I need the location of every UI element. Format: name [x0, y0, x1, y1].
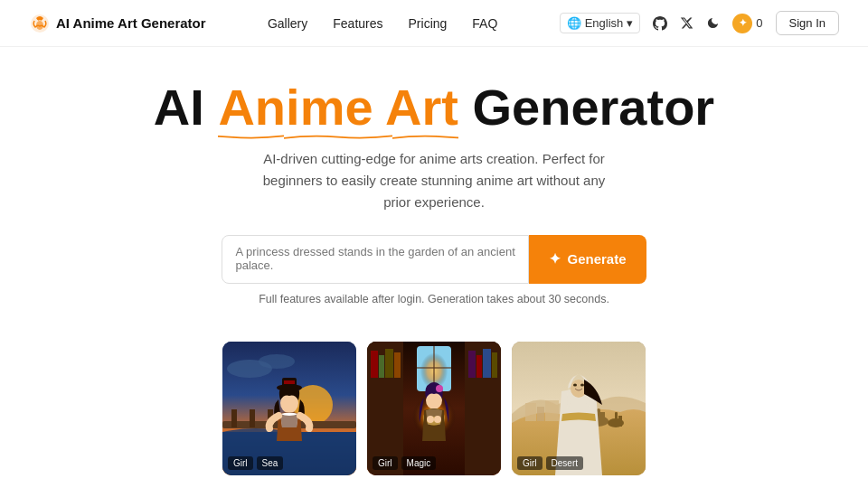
nav-links: Gallery Features Pricing FAQ	[268, 16, 497, 31]
gallery-card-2[interactable]: Girl Magic	[367, 342, 501, 475]
svg-rect-22	[468, 351, 476, 378]
svg-point-37	[434, 416, 441, 423]
card-1-tag-girl: Girl	[228, 456, 253, 470]
svg-point-36	[427, 416, 434, 423]
prompt-input[interactable]	[222, 235, 529, 284]
svg-rect-46	[618, 416, 622, 427]
svg-rect-21	[394, 352, 401, 378]
sign-in-button[interactable]: Sign In	[776, 11, 839, 35]
card-2-tags: Girl Magic	[373, 456, 436, 470]
generator-note: Full features available after login. Gen…	[18, 293, 850, 305]
card-3-art	[512, 342, 646, 475]
navbar: AI Anime Art Generator Gallery Features …	[0, 0, 868, 47]
dark-mode-toggle[interactable]	[706, 16, 720, 30]
nav-faq[interactable]: FAQ	[472, 16, 497, 31]
svg-point-5	[259, 354, 295, 369]
svg-point-50	[580, 383, 584, 386]
svg-rect-43	[600, 412, 605, 425]
credits-count: 0	[756, 16, 762, 30]
svg-rect-24	[483, 349, 491, 378]
lang-flag-icon: 🌐	[567, 16, 581, 30]
language-label: English	[585, 16, 624, 30]
card-1-tags: Girl Sea	[228, 456, 283, 470]
nav-features[interactable]: Features	[333, 16, 382, 31]
logo[interactable]: AI Anime Art Generator	[29, 13, 206, 34]
wand-icon: ✦	[549, 250, 561, 267]
card-1-art	[222, 342, 356, 475]
nav-right: 🌐 English ▾ ✦ 0 Sign In	[560, 11, 839, 35]
svg-rect-47	[615, 412, 618, 419]
hero-title: AI Anime Art Generator	[18, 80, 850, 136]
svg-point-49	[573, 383, 577, 386]
svg-rect-41	[545, 400, 559, 421]
svg-rect-9	[250, 409, 255, 427]
svg-rect-40	[537, 407, 544, 421]
svg-rect-19	[379, 355, 384, 378]
logo-icon	[29, 13, 51, 34]
chevron-down-icon: ▾	[627, 16, 633, 30]
hero-section: AI Anime Art Generator AI-driven cutting…	[0, 47, 868, 334]
github-icon[interactable]	[653, 16, 667, 31]
svg-rect-29	[417, 367, 451, 369]
svg-rect-8	[231, 409, 237, 427]
svg-point-1	[36, 21, 43, 30]
card-2-tag-magic: Magic	[401, 456, 437, 470]
generate-label: Generate	[567, 251, 626, 267]
svg-rect-25	[492, 352, 497, 378]
svg-rect-14	[284, 380, 295, 384]
title-part2: Generator	[458, 79, 714, 136]
nav-gallery[interactable]: Gallery	[268, 16, 307, 31]
svg-rect-18	[371, 351, 378, 378]
card-3-tags: Girl Desert	[517, 456, 583, 470]
credits-icon: ✦	[732, 14, 752, 33]
gallery-card-1[interactable]: Girl Sea	[222, 342, 356, 475]
card-2-tag-girl: Girl	[373, 456, 398, 470]
gallery-section: Girl Sea	[0, 334, 868, 475]
nav-pricing[interactable]: Pricing	[409, 16, 448, 31]
hero-subtitle: AI-driven cutting-edge for anime arts cr…	[253, 148, 615, 213]
svg-rect-39	[525, 403, 536, 421]
language-selector[interactable]: 🌐 English ▾	[560, 13, 641, 33]
card-2-art	[367, 342, 501, 475]
logo-text: AI Anime Art Generator	[56, 15, 206, 31]
card-3-tag-girl: Girl	[517, 456, 542, 470]
title-part1: AI	[154, 79, 219, 136]
svg-rect-23	[476, 355, 482, 378]
gallery-card-3[interactable]: Girl Desert	[512, 342, 646, 475]
generator-row: ✦ Generate	[18, 235, 850, 284]
title-highlight: Anime Art	[218, 80, 458, 136]
card-3-tag-desert: Desert	[546, 456, 583, 470]
svg-point-34	[436, 385, 443, 392]
svg-rect-20	[385, 349, 393, 378]
card-1-tag-sea: Sea	[257, 456, 284, 470]
credits-badge: ✦ 0	[732, 14, 762, 33]
twitter-x-icon[interactable]	[680, 16, 693, 30]
generate-button[interactable]: ✦ Generate	[529, 235, 646, 284]
